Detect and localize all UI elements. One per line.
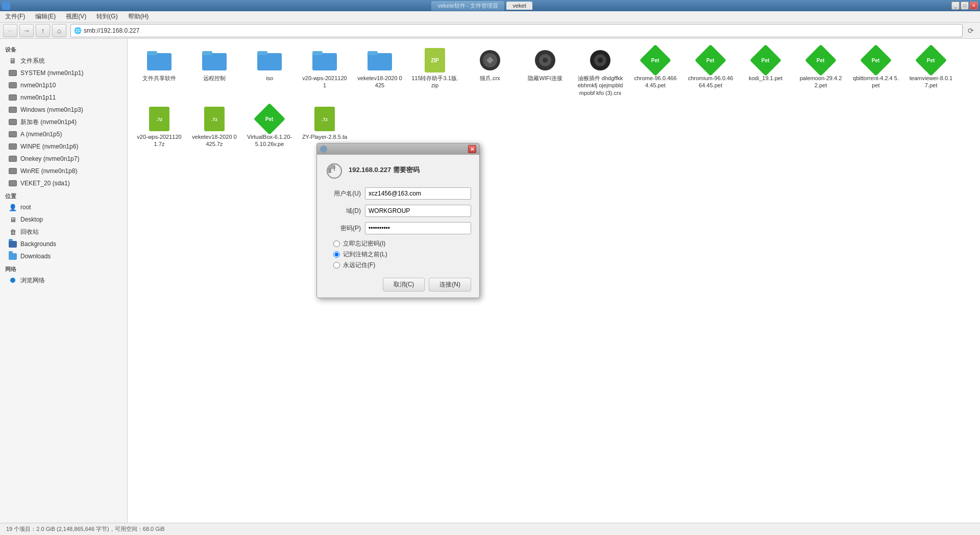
active-tab[interactable]: veket xyxy=(506,2,532,10)
sidebar-item-nvme0n1p7[interactable]: Onekey (nvme0n1p7) xyxy=(0,153,127,165)
file-item-chromium-pet[interactable]: Pet chromium-96.0.4664.45.pet xyxy=(685,45,736,100)
folder-icon-veketev18 xyxy=(368,48,392,72)
root-icon: 👤 xyxy=(8,203,17,212)
menu-file[interactable]: 文件(F) xyxy=(2,11,28,22)
network-icon xyxy=(8,276,17,285)
title-bar-left xyxy=(2,2,12,10)
file-item-iso[interactable]: iso xyxy=(244,45,295,100)
drive-icon-7 xyxy=(8,142,17,151)
close-button[interactable]: ✕ xyxy=(970,2,978,10)
home-button[interactable]: ⌂ xyxy=(52,24,66,37)
dialog-radio-forget: 立即忘记密码(I) xyxy=(333,239,471,248)
file-item-chrome-pet[interactable]: Pet chrome-96.0.4664.45.pet xyxy=(630,45,681,100)
address-icon: 🌐 xyxy=(74,27,82,34)
menu-help[interactable]: 帮助(H) xyxy=(125,11,152,22)
sidebar-item-root[interactable]: 👤 root xyxy=(0,201,127,213)
file-item-monkey-plugin[interactable]: 油猴插件 dhdgffkkebhmkfj ojejmpbldmpobf kfo … xyxy=(575,45,626,100)
dialog-radio-until-logout: 记到注销之前(L) xyxy=(333,250,471,259)
crx-icon-catpaw xyxy=(478,48,502,72)
drive-icon-4 xyxy=(8,105,17,114)
sidebar-item-browse-network[interactable]: 浏览网络 xyxy=(0,274,127,286)
pet-icon-kodi: Pet xyxy=(753,48,778,72)
file-item-hidden-wifi[interactable]: 隐藏WIFI连接 xyxy=(520,45,571,100)
sidebar-item-downloads[interactable]: Downloads xyxy=(0,250,127,262)
drive-icon-2 xyxy=(8,81,17,90)
svg-rect-9 xyxy=(368,51,378,55)
sidebar-item-nvme0n1p4[interactable]: 新加卷 (nvme0n1p4) xyxy=(0,116,127,128)
downloads-icon xyxy=(8,252,17,261)
svg-text:ZIP: ZIP xyxy=(431,58,439,63)
file-item-file-sharing[interactable]: 文件共享软件 xyxy=(134,45,185,100)
refresh-button[interactable]: ⟳ xyxy=(965,25,977,37)
sidebar-item-nvme0n1p6[interactable]: WINPE (nvme0n1p6) xyxy=(0,140,127,153)
sidebar-item-nvme0n1p8[interactable]: WinRE (nvme0n1p8) xyxy=(0,165,127,177)
sidebar-item-nvme0n1p1[interactable]: SYSTEM (nvme0n1p1) xyxy=(0,67,127,79)
sidebar-item-sda1[interactable]: VEKET_20 (sda1) xyxy=(0,177,127,189)
drive-icon-10 xyxy=(8,179,17,188)
sidebar-item-filesystem[interactable]: 🖥 文件系统 xyxy=(0,55,127,67)
password-dialog: ✕ 192.168.0.227 需要密码 用户名(U) xyxy=(316,143,480,298)
pet-icon-qbittorrent: Pet xyxy=(864,48,888,72)
radio-until-logout[interactable] xyxy=(333,251,340,258)
dialog-cancel-button[interactable]: 取消(C) xyxy=(383,278,425,291)
svg-point-16 xyxy=(543,58,548,63)
file-item-palemoon-pet[interactable]: Pet palemoon-29.4.2 2.pet xyxy=(795,45,846,100)
minimize-button[interactable]: _ xyxy=(951,2,960,10)
file-item-v20-wps2[interactable]: .7z v20-wps-20211201.7z xyxy=(134,104,185,151)
dialog-password-input[interactable] xyxy=(365,222,471,234)
backgrounds-folder-icon xyxy=(8,239,17,249)
file-item-teamviewer-pet[interactable]: Pet teamviewer-8.0.17.pet xyxy=(905,45,957,100)
zip-icon-veketev18-7z: .7z xyxy=(202,107,227,131)
file-item-kodi-pet[interactable]: Pet kodi_19.1.pet xyxy=(740,45,791,100)
svg-rect-4 xyxy=(257,53,282,70)
sidebar-item-trash[interactable]: 🗑 回收站 xyxy=(0,226,127,238)
sidebar-item-desktop[interactable]: 🖥 Desktop xyxy=(0,213,127,226)
file-item-veketev18[interactable]: veketev18-2020 0425 xyxy=(354,45,405,100)
dialog-username-input[interactable] xyxy=(365,187,471,200)
sidebar-item-nvme0n1p3[interactable]: Windows (nvme0n1p3) xyxy=(0,104,127,116)
pet-icon-teamviewer: Pet xyxy=(919,48,943,72)
file-item-zip115[interactable]: ZIP 115转存助手3.1版.zip xyxy=(409,45,460,100)
svg-text:.7z: .7z xyxy=(211,117,218,122)
drive-icon-5 xyxy=(8,117,17,127)
menu-go[interactable]: 转到(G) xyxy=(93,11,120,22)
svg-rect-28 xyxy=(328,168,331,173)
sidebar-item-nvme0n1p5[interactable]: A (nvme0n1p5) xyxy=(0,128,127,140)
dialog-network-icon xyxy=(325,161,344,179)
zip-icon-zy-player: .7z xyxy=(312,107,337,131)
maximize-button[interactable]: □ xyxy=(961,2,969,10)
up-button[interactable]: ↑ xyxy=(36,24,50,37)
dialog-connect-button[interactable]: 连接(N) xyxy=(429,278,471,291)
main-layout: 设备 🖥 文件系统 SYSTEM (nvme0n1p1) nvme0n1p10 … xyxy=(0,39,980,523)
file-item-v20-wps[interactable]: v20-wps-20211201 xyxy=(299,45,350,100)
radio-forget[interactable] xyxy=(333,240,340,247)
menu-bar: 文件(F) 编辑(E) 视图(V) 转到(G) 帮助(H) xyxy=(0,11,980,22)
inactive-tab[interactable]: vekete软件 - 文件管理器 xyxy=(431,1,504,11)
dialog-domain-row: 域(D) xyxy=(325,205,471,217)
file-item-remote-control[interactable]: 远程控制 xyxy=(189,45,240,100)
back-button[interactable]: ← xyxy=(3,24,17,37)
file-item-qbittorrent-pet[interactable]: Pet qbittorrent-4.2.4 5.pet xyxy=(850,45,901,100)
dialog-domain-label: 域(D) xyxy=(325,207,361,215)
address-bar[interactable] xyxy=(84,27,959,34)
svg-rect-8 xyxy=(368,53,392,70)
file-item-virtualbox-pet[interactable]: Pet VirtualBox-6.1.20-5.10.26v.pe xyxy=(244,104,295,151)
radio-forever[interactable] xyxy=(333,262,340,269)
menu-view[interactable]: 视图(V) xyxy=(63,11,89,22)
dialog-close-button[interactable]: ✕ xyxy=(468,145,476,153)
dialog-domain-input[interactable] xyxy=(365,205,471,217)
file-item-veketev18-7z[interactable]: .7z veketev18-2020 0425.7z xyxy=(189,104,240,151)
drive-icon-9 xyxy=(8,166,17,176)
sidebar-item-backgrounds[interactable]: Backgrounds xyxy=(0,238,127,250)
file-item-catpaw-crx[interactable]: 猫爪.crx xyxy=(464,45,516,100)
dialog-title-bar: ✕ xyxy=(317,143,479,155)
sidebar-item-nvme0n1p10[interactable]: nvme0n1p10 xyxy=(0,79,127,91)
dialog-username-row: 用户名(U) xyxy=(325,187,471,200)
drive-icon-3 xyxy=(8,93,17,102)
dialog-title-icon xyxy=(320,145,327,153)
sidebar-item-nvme0n1p11[interactable]: nvme0n1p11 xyxy=(0,91,127,104)
forward-button[interactable]: → xyxy=(19,24,34,37)
menu-edit[interactable]: 编辑(E) xyxy=(32,11,59,22)
radio-until-logout-label: 记到注销之前(L) xyxy=(343,250,387,259)
drive-icon-1 xyxy=(8,68,17,78)
